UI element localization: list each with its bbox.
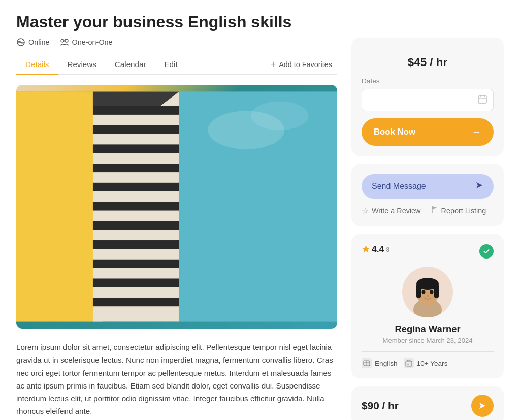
one-on-one-icon — [60, 38, 69, 47]
type-label: One-on-One — [72, 38, 113, 46]
svg-marker-45 — [479, 403, 485, 409]
svg-marker-26 — [476, 182, 482, 188]
tab-calendar[interactable]: Calendar — [106, 55, 155, 75]
profile-top: ★ 4.4 8 — [362, 244, 494, 259]
verified-badge — [479, 244, 494, 259]
meta-row: Online One-on-One — [16, 38, 337, 47]
experience-label: 10+ Years — [417, 360, 448, 367]
language-label: English — [375, 360, 398, 367]
svg-rect-13 — [93, 221, 179, 230]
plus-icon: + — [271, 59, 276, 70]
language-icon — [362, 358, 372, 368]
description-text: Lorem ipsum dolor sit amet, consectetur … — [16, 341, 337, 417]
svg-rect-17 — [93, 298, 179, 307]
bottom-price-card: $90 / hr — [351, 386, 504, 420]
svg-point-36 — [422, 290, 426, 294]
page-title: Master your business English skills — [16, 12, 504, 31]
booking-card: $45 / hr Dates Book Now → — [351, 38, 504, 156]
avatar-container — [362, 267, 494, 317]
sidebar: $45 / hr Dates Book Now → S — [351, 38, 504, 420]
book-now-label: Book Now — [374, 127, 415, 137]
rating-value: 4.4 — [372, 244, 384, 255]
svg-rect-9 — [93, 145, 179, 153]
write-review-button[interactable]: ☆ Write a Review — [362, 206, 421, 216]
member-since: Member since March 23, 2024 — [362, 337, 494, 344]
send-message-button[interactable]: Send Message — [362, 174, 494, 199]
calendar-icon — [478, 94, 487, 106]
profile-name: Regina Warner — [362, 324, 494, 335]
hero-image — [16, 85, 337, 329]
svg-point-21 — [251, 102, 308, 131]
mode-label: Online — [28, 38, 50, 46]
add-favorites-label: Add to Favorites — [279, 60, 332, 69]
tab-edit[interactable]: Edit — [155, 55, 186, 75]
experience-icon — [404, 358, 414, 368]
rating-display: ★ 4.4 8 — [362, 244, 389, 255]
svg-marker-28 — [432, 206, 437, 209]
experience-stat: 10+ Years — [404, 358, 448, 368]
svg-rect-11 — [93, 183, 179, 191]
tab-details[interactable]: Details — [16, 55, 58, 75]
mode-badge: Online — [16, 38, 50, 47]
svg-rect-16 — [93, 279, 179, 287]
book-now-button[interactable]: Book Now → — [362, 118, 494, 146]
svg-rect-34 — [416, 284, 421, 298]
bottom-price: $90 / hr — [362, 400, 399, 412]
dates-label: Dates — [362, 77, 494, 85]
svg-rect-12 — [93, 202, 179, 211]
flag-icon — [431, 206, 438, 216]
svg-point-2 — [61, 39, 64, 42]
actions-row: ☆ Write a Review Report Listing — [362, 206, 494, 216]
write-review-label: Write a Review — [372, 207, 421, 215]
profile-stats: English 10+ Years — [362, 351, 494, 368]
tabs-list: Details Reviews Calendar Edit — [16, 55, 266, 74]
arrow-right-icon: → — [472, 126, 481, 138]
rating-count: 8 — [386, 246, 389, 253]
bottom-send-button[interactable] — [471, 395, 494, 417]
svg-rect-22 — [478, 96, 486, 103]
messaging-card: Send Message ☆ Write a Review — [351, 164, 504, 226]
price-display: $45 / hr — [362, 48, 494, 73]
svg-rect-35 — [434, 284, 439, 298]
star-outline-icon: ☆ — [362, 206, 369, 216]
report-listing-label: Report Listing — [441, 207, 486, 215]
star-filled-icon: ★ — [362, 244, 370, 255]
svg-rect-8 — [93, 125, 179, 134]
report-listing-button[interactable]: Report Listing — [431, 206, 486, 216]
tab-reviews[interactable]: Reviews — [58, 55, 105, 75]
svg-rect-7 — [93, 106, 179, 115]
avatar — [402, 267, 453, 317]
add-to-favorites-button[interactable]: + Add to Favorites — [266, 56, 337, 73]
svg-rect-14 — [93, 240, 179, 249]
send-icon — [475, 181, 483, 191]
svg-rect-10 — [93, 164, 179, 172]
tabs-row: Details Reviews Calendar Edit + Add to F… — [16, 55, 337, 75]
type-badge: One-on-One — [60, 38, 113, 47]
send-message-label: Send Message — [372, 182, 426, 191]
svg-point-3 — [65, 39, 68, 42]
language-stat: English — [362, 358, 398, 368]
svg-point-38 — [427, 295, 429, 297]
online-icon — [16, 38, 25, 47]
svg-rect-15 — [93, 260, 179, 268]
svg-rect-42 — [406, 361, 412, 366]
svg-point-37 — [430, 290, 434, 294]
dates-input[interactable] — [362, 89, 494, 111]
profile-card: ★ 4.4 8 — [351, 234, 504, 378]
